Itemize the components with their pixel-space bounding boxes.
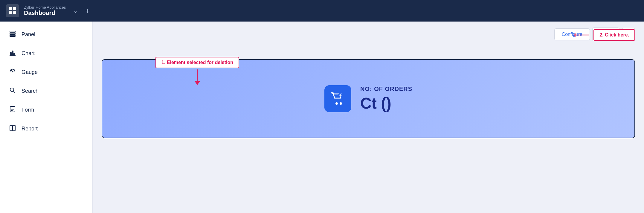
callout-2-annotation: 2. Click here. <box>574 29 635 41</box>
svg-rect-7 <box>10 52 11 55</box>
callout-2-label: 2. Click here. <box>593 29 635 41</box>
search-icon <box>8 87 17 95</box>
header-title: Dashboard <box>24 10 66 16</box>
svg-point-31 <box>340 102 342 105</box>
sidebar-panel-label: Panel <box>22 31 35 38</box>
svg-marker-28 <box>194 81 200 85</box>
svg-rect-2 <box>9 11 12 14</box>
svg-rect-8 <box>12 51 13 55</box>
sidebar-item-panel[interactable]: Panel <box>0 25 92 44</box>
gauge-icon <box>8 68 17 76</box>
widget-icon <box>324 85 351 112</box>
svg-rect-6 <box>10 35 15 36</box>
header-title-block: Zylker Home Appliances Dashboard <box>24 5 66 16</box>
svg-marker-26 <box>574 33 576 37</box>
sidebar-item-report[interactable]: Report <box>0 119 92 138</box>
app-icon <box>6 4 19 17</box>
sidebar-gauge-label: Gauge <box>22 69 38 75</box>
header-add-button[interactable]: + <box>85 6 90 16</box>
sidebar-form-label: Form <box>22 107 34 113</box>
report-icon <box>8 125 17 133</box>
callout-1-annotation: 1. Element selected for deletion <box>155 57 239 85</box>
toolbar: Configure T <box>102 28 635 41</box>
widget-label: NO: OF ORDERS <box>360 86 412 92</box>
header-dropdown-button[interactable]: ⌄ <box>73 7 78 14</box>
sidebar-item-search[interactable]: Search <box>0 82 92 101</box>
sidebar-item-gauge[interactable]: Gauge <box>0 63 92 82</box>
widget-text: NO: OF ORDERS Ct () <box>360 86 412 112</box>
sidebar: Panel Chart Gauge <box>0 22 93 213</box>
annotation-area: 1. Element selected for deletion <box>102 59 635 138</box>
callout-1-arrow-icon <box>155 69 239 85</box>
svg-rect-1 <box>13 7 16 10</box>
widget-content: NO: OF ORDERS Ct () <box>324 85 412 112</box>
svg-rect-4 <box>10 31 15 32</box>
sidebar-item-chart[interactable]: Chart <box>0 44 92 63</box>
svg-point-30 <box>335 102 338 105</box>
svg-rect-3 <box>13 11 16 14</box>
sidebar-chart-label: Chart <box>22 50 35 57</box>
sidebar-report-label: Report <box>22 126 38 132</box>
panel-icon <box>8 31 17 39</box>
app-header: Zylker Home Appliances Dashboard ⌄ + <box>0 0 644 22</box>
chart-icon <box>8 49 17 57</box>
svg-rect-5 <box>10 33 15 34</box>
header-subtitle: Zylker Home Appliances <box>24 5 66 10</box>
svg-rect-0 <box>9 7 12 10</box>
svg-point-13 <box>10 88 14 92</box>
sidebar-search-label: Search <box>22 88 39 94</box>
callout-1-label: 1. Element selected for deletion <box>155 57 239 68</box>
widget-value: Ct () <box>360 94 412 112</box>
cart-icon <box>330 91 346 106</box>
form-icon <box>8 106 17 114</box>
content-area: Configure T <box>93 22 644 213</box>
main-layout: Panel Chart Gauge <box>0 22 644 213</box>
svg-line-14 <box>13 91 15 93</box>
sidebar-item-form[interactable]: Form <box>0 101 92 119</box>
callout-2-arrow-icon <box>574 31 590 39</box>
svg-rect-9 <box>14 53 15 55</box>
